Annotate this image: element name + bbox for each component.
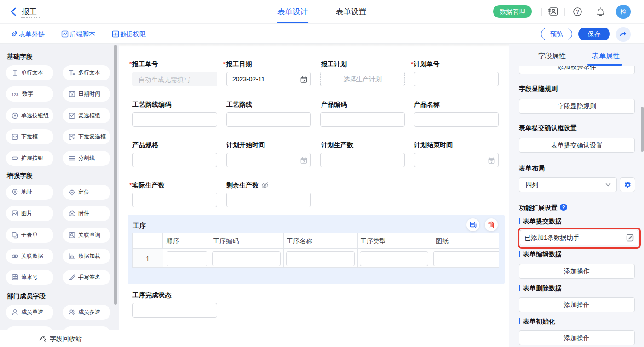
svg-text:123: 123	[12, 92, 18, 97]
svg-text:?: ?	[576, 9, 579, 15]
